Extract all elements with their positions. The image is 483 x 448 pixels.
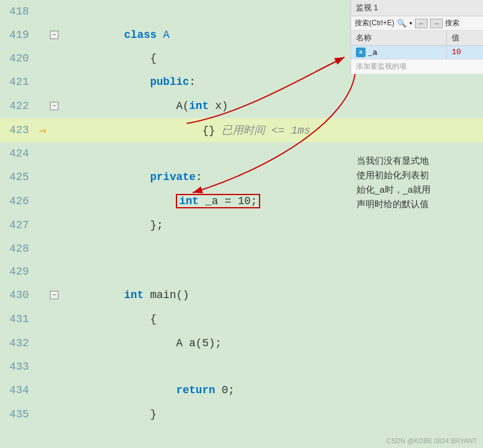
line-content: } <box>59 396 483 432</box>
line-number: 428 <box>0 243 36 255</box>
watch-col-name: 名称 <box>351 31 447 45</box>
code-text: A a(5); <box>124 337 222 349</box>
class-name: A <box>163 29 170 41</box>
execution-arrow-icon: ⇒ <box>39 123 46 138</box>
watch-row[interactable]: a _a 10 <box>351 46 483 60</box>
line-number: 425 <box>0 171 36 183</box>
line-number: 419 <box>0 29 36 41</box>
line-number: 422 <box>0 100 36 112</box>
keyword-public: public <box>150 76 189 88</box>
watermark: CSDN @KOBE 0824 BRYANT <box>387 437 477 444</box>
collapse-button[interactable]: − <box>50 291 58 299</box>
watch-row-value: 10 <box>447 46 483 59</box>
watch-forward-button[interactable]: → <box>430 19 443 28</box>
code-text: 0; <box>215 384 234 396</box>
collapse-button[interactable]: − <box>50 102 58 110</box>
watch-search-right: 搜索 <box>445 18 460 28</box>
code-text <box>124 76 150 88</box>
watch-panel-title: 监视 1 <box>351 0 483 16</box>
code-text <box>124 195 176 207</box>
code-text: { <box>124 52 157 64</box>
line-number: 420 <box>0 52 36 64</box>
line-collapse[interactable]: − <box>49 31 59 39</box>
line-number: 434 <box>0 384 36 396</box>
line-number: 427 <box>0 219 36 231</box>
collapse-button[interactable]: − <box>50 31 58 39</box>
table-row: 423 ⇒ {} 已用时间 <= 1ms <box>0 118 483 142</box>
keyword-return: return <box>176 384 215 396</box>
variable-icon: a <box>356 48 366 57</box>
dropdown-icon[interactable]: ▾ <box>409 19 413 27</box>
line-number: 421 <box>0 76 36 88</box>
keyword-int: int <box>179 195 198 207</box>
line-collapse[interactable]: − <box>49 102 59 110</box>
watch-back-button[interactable]: ← <box>415 19 428 28</box>
code-text: _a = 10; <box>199 195 257 207</box>
watch-toolbar: 搜索(Ctrl+E) 🔍 ▾ ← → 搜索 <box>351 16 483 31</box>
line-number: 424 <box>0 148 36 160</box>
code-text: }; <box>124 219 163 231</box>
line-number: 433 <box>0 361 36 373</box>
keyword-private: private <box>150 171 196 183</box>
line-number: 423 <box>0 124 36 136</box>
table-row: 427 }; <box>0 213 483 237</box>
code-text: x) <box>208 100 228 112</box>
main-container: 418 419 − class A 420 { <box>0 0 483 448</box>
line-collapse[interactable]: − <box>49 291 59 299</box>
line-number: 426 <box>0 195 36 207</box>
table-row: 435 } <box>0 402 483 426</box>
line-number: 431 <box>0 313 36 325</box>
watch-search-label: 搜索(Ctrl+E) <box>355 18 394 28</box>
code-text: { <box>124 313 157 325</box>
code-text: : <box>189 76 196 88</box>
code-text <box>124 171 150 183</box>
highlighted-declaration: int _a = 10; <box>176 194 260 208</box>
line-number: 418 <box>0 5 36 17</box>
watch-col-val: 值 <box>447 31 483 45</box>
line-number: 432 <box>0 337 36 349</box>
watch-variable-name: _a <box>368 48 378 57</box>
table-row: 428 <box>0 237 483 260</box>
line-number: 435 <box>0 408 36 420</box>
timing-comment: 已用时间 <= 1ms <box>222 125 311 137</box>
keyword-int: int <box>124 289 143 301</box>
watch-row-name: a _a <box>351 46 447 59</box>
line-number: 429 <box>0 266 36 278</box>
code-text: } <box>124 408 157 420</box>
watch-add-label: 添加要监视的项 <box>356 61 407 72</box>
line-arrow: ⇒ <box>36 123 49 138</box>
code-text: A( <box>124 100 189 112</box>
keyword-class: class <box>124 29 163 41</box>
code-text: : <box>196 171 202 183</box>
line-number: 430 <box>0 289 36 301</box>
code-text <box>124 384 176 396</box>
watch-panel: 监视 1 搜索(Ctrl+E) 🔍 ▾ ← → 搜索 名称 值 a _a 10 … <box>351 0 483 74</box>
code-text: {} <box>124 125 222 137</box>
search-icon: 🔍 <box>397 19 407 28</box>
table-row: 432 A a(5); <box>0 331 483 355</box>
watch-add-row[interactable]: 添加要监视的项 <box>351 60 483 74</box>
watch-header: 名称 值 <box>351 31 483 46</box>
annotation-text: 当我们没有显式地使用初始化列表初始化_a时，_a就用声明时给的默认值 <box>357 154 474 211</box>
code-text: main() <box>143 289 189 301</box>
keyword-int: int <box>189 100 208 112</box>
annotation-content: 当我们没有显式地使用初始化列表初始化_a时，_a就用声明时给的默认值 <box>357 155 431 209</box>
